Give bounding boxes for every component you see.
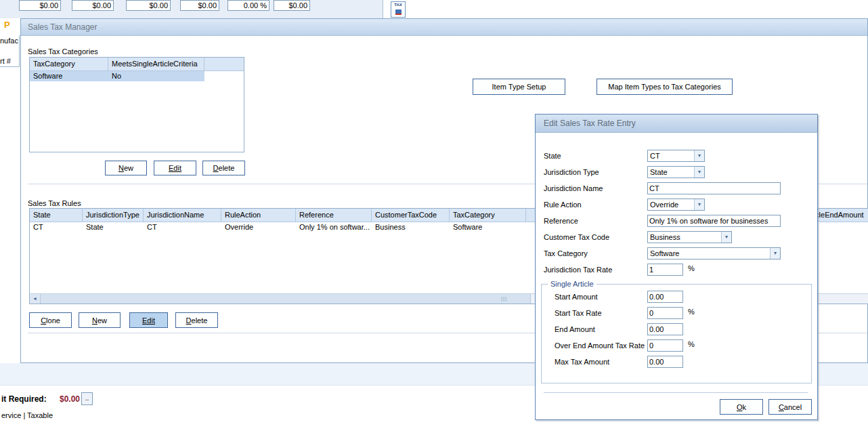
percent-suffix: % [688,340,695,348]
amount-field-1[interactable]: $0.00 [19,0,61,11]
tax-category-select[interactable]: Software ▾ [647,247,781,259]
categories-row-software[interactable]: Software No [30,71,204,81]
chevron-down-icon[interactable]: ▾ [770,248,780,259]
cell-reference: Only 1% on softwar... [296,222,372,232]
start-amount-input[interactable] [647,291,683,303]
rules-new-button[interactable]: New [79,312,121,328]
percent-suffix: % [688,264,695,272]
column-header-ruleaction[interactable]: RuleAction [221,209,296,222]
categories-edit-label: Edit [169,164,181,172]
jurisdiction-type-select[interactable]: State ▾ [647,166,705,178]
cell-meetscriteria: No [108,71,204,81]
cell-customertaxcode: Business [372,222,450,232]
cell-jurisdictionname: CT [144,222,221,232]
categories-section-label: Sales Tax Categories [28,47,98,56]
cell-taxcategory: Software [450,222,526,232]
jurisdiction-type-value: State [650,168,668,176]
rule-action-select[interactable]: Override ▾ [647,199,705,211]
start-tax-rate-label: Start Tax Rate [555,309,602,317]
chevron-down-icon[interactable]: ▾ [694,150,704,161]
column-header-jurisdictionname[interactable]: JurisdictionName [144,209,221,222]
state-label: State [544,152,561,160]
tax-category-value: Software [650,249,679,257]
item-type-setup-button[interactable]: Item Type Setup [473,79,565,95]
dialog-titlebar[interactable]: Edit Sales Tax Rate Entry [536,115,817,133]
amount-field-5[interactable]: $0.00 [274,0,310,11]
column-header-taxcategory[interactable]: TaxCategory [450,209,526,222]
percent-field[interactable]: 0.00 % [227,0,269,11]
customer-tax-code-select[interactable]: Business ▾ [647,231,732,243]
rules-clone-button[interactable]: Clone [29,312,72,328]
column-header-meetssinglearticlecriteria[interactable]: MeetsSingleArticleCriteria [108,58,204,70]
map-item-types-label: Map Item Types to Tax Categories [608,83,721,91]
rules-clone-label: Clone [41,316,60,325]
dialog-separator [544,392,808,393]
column-header-taxcategory[interactable]: TaxCategory [30,58,108,70]
chevron-down-icon[interactable]: ▾ [694,199,704,210]
chevron-down-icon[interactable]: ▾ [694,167,704,178]
top-toolbar-strip: $0.00 $0.00 $0.00 $0.00 0.00 % $0.00 [0,0,383,18]
jurisdiction-tax-rate-label: Jurisdiction Tax Rate [544,266,612,274]
chevron-down-icon[interactable]: ▾ [721,232,731,243]
tax-icon[interactable]: TAX [391,1,406,18]
over-end-amount-tax-rate-label: Over End Amount Tax Rate [555,341,645,350]
rules-edit-button[interactable]: Edit [129,312,168,328]
rules-delete-button[interactable]: Delete [175,312,218,328]
categories-new-label: New [118,164,133,172]
window-titlebar[interactable]: Sales Tax Manager [21,19,867,36]
max-tax-amount-input[interactable] [647,356,683,368]
end-amount-label: End Amount [555,325,595,333]
scrollbar-thumb[interactable]: ||| [41,294,531,304]
categories-edit-button[interactable]: Edit [154,161,196,175]
ok-button[interactable]: Ok [720,399,763,415]
column-header-customertaxcode[interactable]: CustomerTaxCode [372,209,450,222]
state-select[interactable]: CT ▾ [647,150,705,162]
categories-delete-button[interactable]: Delete [202,161,245,175]
scroll-left-icon[interactable]: ◄ [30,294,41,304]
customer-tax-code-label: Customer Tax Code [544,233,609,241]
amount-field-3[interactable]: $0.00 [126,0,171,11]
amount-field-4[interactable]: $0.00 [180,0,219,11]
scrollbar-grip-icon: ||| [501,295,507,301]
rules-section-label: Sales Tax Rules [28,199,81,207]
cell-state: CT [30,222,83,232]
required-label: it Required: [1,394,47,404]
single-article-label: Single Article [548,280,596,288]
tax-icon-glyph [395,9,402,15]
cancel-label: Cancel [779,403,802,411]
item-type-setup-label: Item Type Setup [492,83,546,91]
rules-edit-label: Edit [142,316,155,325]
window-title: Sales Tax Manager [28,22,97,32]
categories-new-button[interactable]: New [105,161,147,175]
categories-delete-label: Delete [213,164,235,172]
percent-suffix: % [688,308,695,316]
tax-icon-label: TAX [391,3,405,7]
ok-label: Ok [737,403,746,411]
cell-jurisdictiontype: State [83,222,144,232]
over-end-amount-tax-rate-input[interactable] [647,339,683,352]
amount-field-2[interactable]: $0.00 [72,0,114,11]
reference-input[interactable] [647,215,781,227]
p-flag-icon: P [4,20,10,30]
required-amount: $0.00 [60,394,80,404]
jurisdiction-type-label: Jurisdiction Type [544,168,599,176]
rules-delete-label: Delete [186,316,208,325]
end-amount-input[interactable] [647,323,683,335]
cell-taxcategory: Software [30,71,108,81]
left-edge-panel: nufac rt # [0,35,20,67]
left-edge-text-1: nufac [0,37,18,45]
rule-action-value: Override [650,201,678,209]
column-header-state[interactable]: State [30,209,83,222]
map-item-types-button[interactable]: Map Item Types to Tax Categories [596,79,733,95]
start-tax-rate-input[interactable] [647,307,683,319]
jurisdiction-tax-rate-input[interactable] [647,264,683,276]
cancel-button[interactable]: Cancel [768,399,812,415]
left-edge-text-2: rt # [0,57,11,65]
column-header-reference[interactable]: Reference [296,209,372,222]
required-more-button[interactable]: .. [81,392,93,405]
column-header-jurisdictiontype[interactable]: JurisdictionType [83,209,144,222]
state-value: CT [650,152,660,160]
jurisdiction-name-input[interactable] [647,182,781,194]
customer-tax-code-value: Business [650,233,680,241]
reference-label: Reference [544,217,578,225]
